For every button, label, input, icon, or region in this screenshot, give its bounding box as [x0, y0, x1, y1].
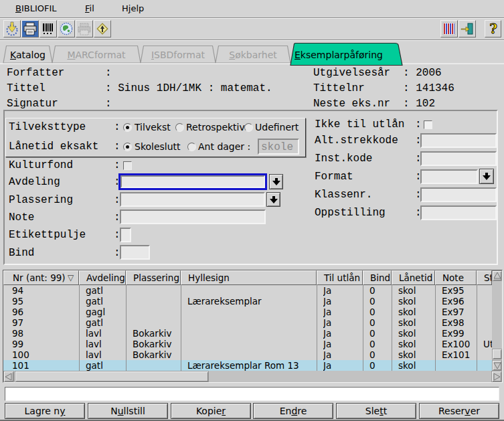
lanetid-label: Lånetid eksakt:: [9, 141, 120, 153]
format-label: Format:: [315, 171, 422, 183]
scroll-right-button[interactable]: [491, 371, 502, 382]
open-icon: [5, 21, 19, 36]
tab-isbdformat[interactable]: ISBDformat: [141, 50, 216, 60]
barcode-button[interactable]: [39, 20, 57, 37]
avdeling-combobox[interactable]: [118, 173, 267, 190]
tab-eksemplarpaforing[interactable]: Eksemplarpåføring: [295, 50, 402, 60]
column-header-2[interactable]: Plassering: [126, 270, 181, 285]
info-nesteeksnr: Neste eks.nr: 102: [313, 98, 435, 110]
column-header-5[interactable]: Bind: [363, 270, 392, 285]
cell-5-7: Ex100: [442, 339, 478, 349]
button-slett[interactable]: Slett: [336, 403, 416, 419]
print-list-icon: [77, 21, 92, 36]
column-header-3[interactable]: Hyllesign: [181, 270, 317, 285]
column-header-6[interactable]: Lånetid: [392, 270, 435, 285]
colored-barcode-button[interactable]: [440, 20, 458, 37]
bind-input[interactable]: [120, 245, 150, 260]
scroll-down-button[interactable]: [492, 360, 502, 371]
arrow-down-icon: [272, 178, 280, 185]
help-button[interactable]: ?: [485, 20, 501, 37]
horizontal-scrollbar-thumb[interactable]: [15, 371, 209, 382]
alt-strekkode-input[interactable]: [420, 133, 497, 148]
skoleslutt-radio[interactable]: [123, 143, 132, 151]
open-button[interactable]: [3, 20, 21, 37]
column-header-1[interactable]: Avdeling: [79, 270, 126, 285]
oppstilling-input[interactable]: [420, 205, 497, 220]
plassering-dropdown-button[interactable]: [266, 192, 280, 207]
cell-3-7: Ex98: [442, 317, 478, 328]
cell-2-7: Ex97: [442, 307, 478, 317]
tab-marcformat[interactable]: MARCformat: [52, 50, 141, 60]
table-row-94[interactable]: 94gatlJa0skolEx95: [3, 285, 492, 296]
table-row-98[interactable]: 98lavlBokarkivJa0skolEx99: [3, 328, 492, 339]
kulturfond-label: Kulturfond:: [9, 159, 120, 171]
cell-7-3: Lærareksemplar Rom 13: [187, 360, 318, 371]
table-row-96[interactable]: 96gaglJa0skolEx97: [3, 307, 492, 317]
cell-1-2: [133, 296, 182, 307]
avdeling-dropdown-button[interactable]: [269, 174, 283, 189]
vertical-scrollbar-thumb[interactable]: [492, 349, 502, 359]
cell-1-0: 95: [12, 296, 80, 307]
tab-søkbarhet[interactable]: Søkbarhet: [216, 50, 290, 60]
button-reserver[interactable]: Reserver: [419, 403, 499, 419]
menu-item-bibliofil[interactable]: BIBLIOFIL: [15, 0, 57, 17]
column-header-4[interactable]: Til utlån: [317, 270, 363, 285]
menu-item-hjelp[interactable]: Hjelp: [122, 0, 144, 17]
cell-2-0: 96: [12, 307, 80, 317]
cell-6-2: Bokarkiv: [133, 349, 182, 360]
format-combobox[interactable]: [420, 169, 478, 184]
format-dropdown-button[interactable]: [479, 169, 494, 184]
cell-1-3: Lærareksemplar: [187, 296, 318, 307]
column-header-0[interactable]: Nr (ant: 99)▽: [3, 270, 79, 285]
tab-labels: KatalogMARCformatISBDformatSøkbarhetEkse…: [0, 41, 504, 66]
antdager-input[interactable]: skole: [258, 139, 299, 155]
cell-0-1: gatl: [86, 285, 127, 296]
menu-item-fil[interactable]: Fil: [85, 0, 94, 17]
cell-0-3: [187, 285, 318, 296]
ikke-til-utlan-checkbox[interactable]: [424, 120, 432, 129]
klassenr-input[interactable]: [420, 187, 497, 202]
cell-0-6: skol: [398, 285, 436, 296]
retrospektiv-radio[interactable]: [175, 123, 184, 132]
kulturfond-checkbox[interactable]: [123, 161, 132, 170]
exit-button[interactable]: [458, 20, 476, 37]
table-row-100[interactable]: 100lavlBokarkivJa0skolEx101: [3, 349, 492, 360]
antdager-radio[interactable]: [187, 143, 196, 151]
etikettpulje-input[interactable]: [120, 228, 131, 242]
inst-kode-input[interactable]: [420, 151, 497, 166]
svg-text:?: ?: [489, 21, 497, 36]
button-nullstill[interactable]: Nullstill: [88, 403, 168, 419]
tilvekst-radio[interactable]: [123, 123, 132, 132]
tab-katalog[interactable]: Katalog: [3, 50, 52, 60]
table-row-101[interactable]: 101gatlLærareksemplar Rom 13Ja0skol: [3, 360, 492, 371]
cell-6-1: lavl: [86, 349, 127, 360]
plassering-combobox[interactable]: [120, 192, 265, 207]
button-lagre-ny[interactable]: Lagre ny: [5, 403, 85, 419]
cell-0-0: 94: [12, 285, 80, 296]
web-button[interactable]: [58, 20, 75, 37]
cell-4-1: lavl: [86, 328, 127, 339]
cell-6-7: Ex101: [442, 349, 478, 360]
cell-1-6: skol: [398, 296, 436, 307]
arrow-down-icon: [270, 196, 278, 203]
note-input[interactable]: [120, 209, 266, 224]
navigate-button[interactable]: [94, 20, 111, 37]
table-row-97[interactable]: 97gatlJa0skolEx98: [3, 317, 492, 328]
column-header-7[interactable]: Note: [435, 270, 477, 285]
table-row-95[interactable]: 95gatlLærareksemplarJa0skolEx96: [3, 296, 492, 307]
column-separator: [392, 285, 392, 371]
button-kopier[interactable]: Kopier: [171, 403, 251, 419]
udefinert-radio[interactable]: [244, 123, 253, 132]
cell-3-1: gatl: [86, 317, 127, 328]
column-header-8[interactable]: St: [477, 270, 492, 285]
avdeling-label: Avdeling:: [9, 176, 120, 188]
column-separator: [317, 285, 317, 371]
scroll-up-button[interactable]: [492, 270, 502, 281]
message-bar[interactable]: [5, 387, 499, 401]
button-endre[interactable]: Endre: [253, 403, 333, 419]
print-list-button[interactable]: [76, 20, 93, 37]
table-row-99[interactable]: 99lavlBokarkivJa0skolEx100Ut: [3, 339, 492, 349]
print-button[interactable]: [21, 20, 39, 37]
cell-2-3: [187, 307, 318, 317]
scroll-left-button[interactable]: [3, 371, 14, 382]
